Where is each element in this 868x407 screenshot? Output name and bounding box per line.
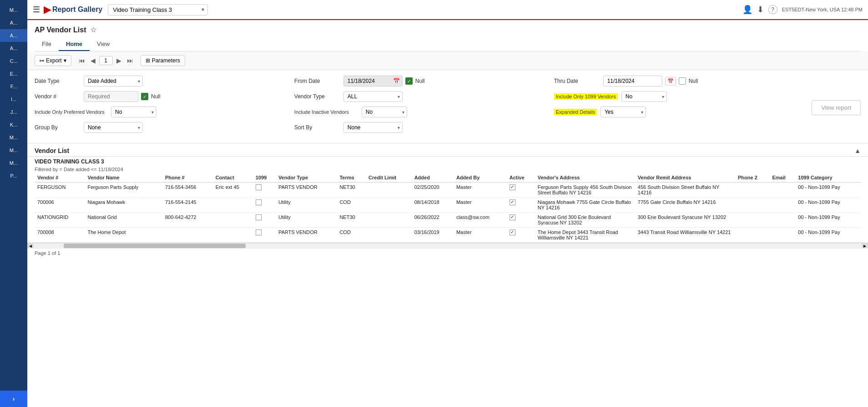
expanded-details-select[interactable]: Yes: [601, 107, 646, 117]
group-by-select-wrap[interactable]: None: [84, 122, 143, 133]
cell-added: 02/25/2020: [412, 183, 454, 198]
expanded-details-select-wrap[interactable]: Yes: [601, 107, 646, 117]
sidebar-item-m2[interactable]: M...: [0, 131, 27, 144]
report-title-area: AP Vendor List ☆: [35, 25, 861, 34]
from-date-null-checkbox[interactable]: ✓: [405, 77, 413, 85]
cell-phone2: [735, 183, 769, 198]
tab-view[interactable]: View: [90, 38, 117, 51]
params-action-area: View report: [812, 76, 861, 137]
sidebar: M... A... A... A... C... E... F... I... …: [0, 0, 27, 407]
cell-1099: [253, 213, 276, 228]
col-added-by: Added By: [454, 173, 507, 183]
horizontal-scrollbar[interactable]: ◀ ▶: [27, 243, 868, 248]
parameters-panel: Date Type Date Added From Date: [27, 70, 868, 143]
sidebar-item-f[interactable]: F...: [0, 80, 27, 93]
tab-file[interactable]: File: [35, 38, 59, 51]
download-icon[interactable]: ⬇: [757, 5, 764, 15]
vendor-num-input[interactable]: [84, 91, 138, 102]
sort-by-select[interactable]: None: [343, 122, 403, 133]
vendor-table-body: FERGUSON Ferguson Parts Supply 716-554-3…: [35, 183, 861, 243]
first-page-button[interactable]: ⏮: [77, 56, 87, 65]
sidebar-item-j[interactable]: J...: [0, 106, 27, 118]
cell-1099: [253, 198, 276, 213]
sidebar-item-c[interactable]: C...: [0, 55, 27, 67]
next-page-button[interactable]: ▶: [115, 56, 123, 65]
report-dropdown-wrap[interactable]: Video Training Class 3: [108, 4, 208, 15]
include-inactive-select[interactable]: No: [362, 107, 407, 117]
filter-text: Filtered by = Date added <= 11/18/2024: [27, 166, 868, 173]
parameters-button[interactable]: ⊞ Parameters: [141, 55, 185, 66]
sidebar-item-m3[interactable]: M...: [0, 144, 27, 157]
col-active: Active: [507, 173, 535, 183]
vendor-type-select[interactable]: ALL: [343, 91, 403, 102]
cell-vendor-name: The Home Depot: [85, 228, 162, 243]
user-icon[interactable]: 👤: [742, 5, 752, 15]
help-icon[interactable]: ?: [768, 5, 777, 14]
collapse-section-icon[interactable]: ▲: [854, 147, 861, 154]
cell-phone2: [735, 198, 769, 213]
vendor-table-wrap: Vendor # Vendor Name Phone # Contact 109…: [27, 173, 868, 243]
cell-vendor-num: 700008: [35, 228, 85, 243]
last-page-button[interactable]: ⏭: [125, 56, 135, 65]
from-date-input-wrap: 📅: [343, 76, 403, 86]
include-1099-select[interactable]: No: [621, 91, 667, 102]
include-1099-select-wrap[interactable]: No: [621, 91, 667, 102]
thru-date-null-checkbox[interactable]: [679, 77, 686, 85]
hamburger-menu-icon[interactable]: ☰: [33, 5, 40, 15]
sidebar-expand-button[interactable]: ›: [0, 391, 27, 407]
sidebar-item-m1[interactable]: M...: [0, 4, 27, 16]
cell-vendor-type: Utility: [276, 198, 337, 213]
thru-date-input-wrap: [603, 76, 662, 86]
tab-home[interactable]: Home: [59, 38, 90, 51]
vendor-type-select-wrap[interactable]: ALL: [343, 91, 403, 102]
view-report-button[interactable]: View report: [812, 100, 861, 115]
sidebar-item-k[interactable]: K...: [0, 118, 27, 131]
company-name: VIDEO TRAINING CLASS 3: [27, 157, 868, 166]
from-date-calendar-icon[interactable]: 📅: [393, 78, 400, 84]
cell-vendor-num: 700006: [35, 198, 85, 213]
vendor-num-null-checkbox[interactable]: ✓: [141, 93, 148, 100]
scroll-right-button[interactable]: ▶: [862, 243, 868, 248]
cell-vendor-num: FERGUSON: [35, 183, 85, 198]
include-preferred-select-wrap[interactable]: No: [111, 107, 156, 117]
page-number-input[interactable]: [99, 56, 113, 65]
sidebar-item-a3[interactable]: A...: [0, 42, 27, 55]
col-added: Added: [412, 173, 454, 183]
cell-credit-limit: [366, 228, 412, 243]
cell-remit-address: 300 Erie Boulevard Syracuse NY 13202: [635, 213, 735, 228]
date-type-select[interactable]: Date Added: [84, 76, 143, 86]
cell-vendor-address: Niagara Mohawk 7755 Gate Circle Buffalo …: [535, 198, 635, 213]
cell-added: 08/14/2018: [412, 198, 454, 213]
include-preferred-select[interactable]: No: [111, 107, 156, 117]
group-by-select[interactable]: None: [84, 122, 143, 133]
cell-active: ✓: [507, 213, 535, 228]
sidebar-item-a2[interactable]: A...: [0, 29, 27, 42]
sort-by-select-wrap[interactable]: None: [343, 122, 403, 133]
date-type-param: Date Type Date Added: [35, 76, 285, 86]
include-inactive-select-wrap[interactable]: No: [362, 107, 407, 117]
scroll-left-button[interactable]: ◀: [27, 243, 34, 248]
report-class-dropdown[interactable]: Video Training Class 3: [108, 4, 208, 15]
date-type-select-wrap[interactable]: Date Added: [84, 76, 143, 86]
favorite-star-icon[interactable]: ☆: [90, 25, 96, 34]
sidebar-item-e[interactable]: E...: [0, 67, 27, 80]
cell-phone: 716-554-3456: [162, 183, 213, 198]
sidebar-item-a1[interactable]: A...: [0, 16, 27, 29]
thru-date-input[interactable]: [603, 76, 662, 86]
thru-date-calendar-icon[interactable]: 📅: [665, 77, 676, 86]
cell-added-by: Master: [454, 183, 507, 198]
vendor-num-label: Vendor #: [35, 93, 80, 100]
scrollbar-thumb[interactable]: [64, 244, 246, 248]
export-button[interactable]: ↦ Export ▾: [35, 55, 71, 66]
cell-1099-category: 00 - Non-1099 Pay: [795, 228, 861, 243]
toolbar: ↦ Export ▾ ⏮ ◀ ▶ ⏭ ⊞ Parameters: [27, 51, 868, 70]
parameters-label: Parameters: [152, 57, 180, 64]
sidebar-item-m4[interactable]: M...: [0, 157, 27, 169]
cell-email: [769, 228, 795, 243]
sidebar-item-p[interactable]: P...: [0, 169, 27, 182]
sort-by-label: Sort By: [294, 124, 340, 131]
sidebar-item-i[interactable]: I...: [0, 93, 27, 106]
prev-page-button[interactable]: ◀: [89, 56, 97, 65]
cell-1099: [253, 183, 276, 198]
bottom-pagination-bar: Page 1 of 1: [27, 248, 868, 258]
